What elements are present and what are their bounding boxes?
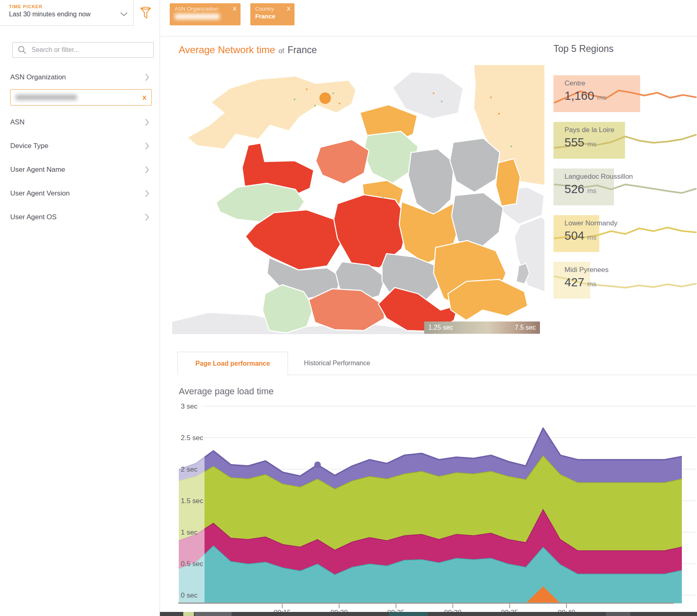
- chip-remove-icon[interactable]: X: [225, 6, 236, 12]
- region-unit: ms: [587, 234, 596, 242]
- chip-remove-icon[interactable]: X: [279, 6, 290, 12]
- filter-label: User Agent Name: [10, 166, 145, 174]
- region-card-languedoc-roussillon[interactable]: Languedoc Roussillon526ms: [553, 169, 697, 205]
- chevron-right-icon: [145, 214, 149, 221]
- map-region-champagne[interactable]: [408, 149, 454, 216]
- x-axis-tick: [566, 604, 567, 608]
- legend-max-label: 7.5 sec: [515, 324, 536, 331]
- filter-label: User Agent OS: [10, 213, 145, 221]
- chevron-right-icon: [145, 119, 149, 126]
- filter-label: User Agent Version: [10, 189, 145, 198]
- map-region-paca[interactable]: [448, 279, 528, 320]
- map-region-england[interactable]: [187, 76, 356, 149]
- x-axis-tick: [396, 604, 396, 608]
- chip-value: France: [255, 13, 290, 20]
- region-name: Centre: [564, 79, 585, 88]
- region-unit: ms: [587, 280, 596, 288]
- sidebar-filter-user-agent-version[interactable]: User Agent Version: [0, 182, 160, 205]
- y-axis-label: 1.5 sec: [181, 497, 203, 505]
- region-value: 504: [564, 229, 584, 243]
- x-axis-tick: [282, 604, 283, 608]
- sidebar: TIME PICKER Last 30 minutes ending now A…: [0, 0, 160, 616]
- tab-historical-performance[interactable]: Historical Performance: [288, 352, 386, 375]
- filter-label: ASN: [10, 118, 145, 126]
- map-section-title: Average Network time of France: [179, 44, 317, 56]
- sidebar-filter-user-agent-os[interactable]: User Agent OS: [0, 205, 160, 229]
- region-card-lower-normandy[interactable]: Lower Normandy504ms: [553, 215, 697, 252]
- region-value: 427: [564, 276, 584, 289]
- map-color-legend: 1.25 sec 7.5 sec: [424, 321, 540, 334]
- remove-filter-icon[interactable]: X: [142, 94, 146, 101]
- filter-label: Device Type: [10, 142, 145, 150]
- sidebar-filter-asn[interactable]: ASN: [0, 110, 160, 134]
- time-picker-label: TIME PICKER: [9, 4, 128, 9]
- strip-segment: [183, 612, 194, 616]
- series-marker-dot[interactable]: [314, 461, 321, 468]
- region-unit: ms: [587, 140, 596, 148]
- x-axis-line: [178, 603, 674, 604]
- region-name: Midi Pyrenees: [564, 266, 609, 274]
- time-picker-value: Last 30 minutes ending now: [9, 11, 120, 18]
- filter-funnel-icon[interactable]: [137, 6, 154, 22]
- search-field: [12, 42, 154, 58]
- filter-chip-asn-organization[interactable]: ASN Organizaition X: [170, 3, 241, 25]
- chevron-down-icon: [120, 12, 128, 16]
- region-card-pays-de-la-loire[interactable]: Pays de la Loire555ms: [553, 122, 697, 159]
- sidebar-filter-user-agent-name[interactable]: User Agent Name: [0, 158, 160, 182]
- map-region-upper-normandy[interactable]: [316, 139, 369, 184]
- region-value: 526: [564, 182, 584, 196]
- region-unit: ms: [597, 94, 607, 102]
- region-card-centre[interactable]: Centre1,160ms: [553, 75, 697, 112]
- chevron-right-icon: [145, 142, 149, 150]
- chart-title: Average page load time: [179, 386, 274, 397]
- sidebar-filter-device-type[interactable]: Device Type: [0, 134, 160, 158]
- page-load-time-chart[interactable]: 3 sec2.5 sec2 sec1.5 sec1 sec0.5 sec0 se…: [172, 403, 697, 616]
- chevron-right-icon: [145, 74, 149, 81]
- map-region-franche-comte[interactable]: [452, 193, 503, 250]
- legend-min-label: 1.25 sec: [428, 324, 453, 331]
- y-axis-label: 1 sec: [181, 528, 198, 536]
- time-picker-dropdown[interactable]: TIME PICKER Last 30 minutes ending now: [0, 0, 134, 26]
- strip-segment: [389, 612, 428, 616]
- map-region-alsace[interactable]: [496, 159, 520, 206]
- x-axis-tick: [509, 604, 510, 608]
- region-value: 555: [564, 136, 584, 149]
- y-axis-label: 2 sec: [181, 465, 198, 473]
- y-axis-label: 2.5 sec: [181, 434, 203, 442]
- selected-filter-value[interactable]: X: [10, 89, 152, 106]
- x-axis-tick: [452, 604, 453, 608]
- chip-redacted-value: [175, 13, 220, 20]
- region-name: Lower Normandy: [564, 219, 617, 227]
- map-title-connector: of: [279, 47, 284, 54]
- filter-label: ASN Organization: [10, 73, 145, 81]
- y-axis-label: 0 sec: [181, 591, 198, 599]
- timeline-preview-strip[interactable]: [160, 612, 697, 616]
- region-unit: ms: [587, 187, 596, 195]
- filter-category-list: ASN OrganizationXASNDevice TypeUser Agen…: [0, 65, 160, 229]
- top-regions-title: Top 5 Regions: [553, 43, 614, 54]
- redacted-value: [16, 94, 77, 100]
- region-name: Pays de la Loire: [564, 126, 614, 134]
- region-name: Languedoc Roussillon: [564, 173, 633, 181]
- region-card-midi-pyrenees[interactable]: Midi Pyrenees427ms: [553, 262, 697, 299]
- y-axis-label: 3 sec: [181, 403, 198, 410]
- region-value: 1,160: [564, 89, 594, 103]
- chip-category: ASN Organizaition: [175, 6, 218, 12]
- strip-segment: [606, 612, 630, 616]
- map-title-metric: Average Network time: [179, 44, 275, 55]
- tab-page-load-performance[interactable]: Page Load performance: [178, 352, 288, 375]
- france-choropleth-map[interactable]: [172, 65, 545, 335]
- x-axis-tick: [339, 604, 340, 608]
- london-density-dot: [319, 92, 331, 104]
- strip-segment: [195, 612, 232, 616]
- sidebar-filter-asn-organization[interactable]: ASN Organization: [0, 65, 160, 89]
- chevron-right-icon: [145, 190, 149, 197]
- content-top-divider: [160, 36, 697, 36]
- search-input[interactable]: [31, 46, 138, 54]
- chip-category: Country: [255, 6, 274, 12]
- y-axis-label: 0.5 sec: [181, 560, 203, 568]
- chevron-right-icon: [145, 166, 149, 173]
- map-title-country: France: [288, 45, 317, 55]
- map-region-lorraine[interactable]: [450, 138, 500, 192]
- filter-chip-country[interactable]: Country X France: [250, 3, 295, 25]
